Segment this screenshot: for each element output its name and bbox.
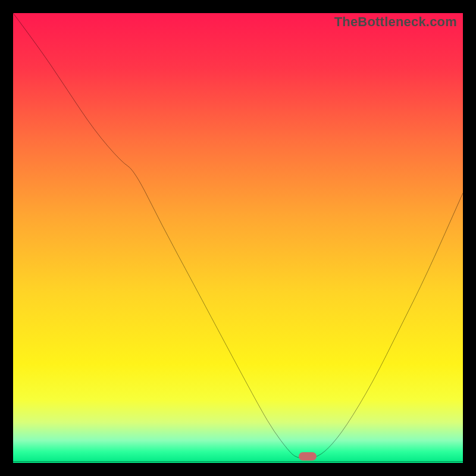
plot-area: TheBottleneck.com: [13, 13, 463, 463]
optimal-marker: [299, 452, 317, 461]
outer-frame: TheBottleneck.com: [0, 0, 476, 476]
bottleneck-curve: [13, 13, 463, 458]
curve-layer: [13, 13, 463, 463]
watermark-text: TheBottleneck.com: [334, 14, 457, 30]
